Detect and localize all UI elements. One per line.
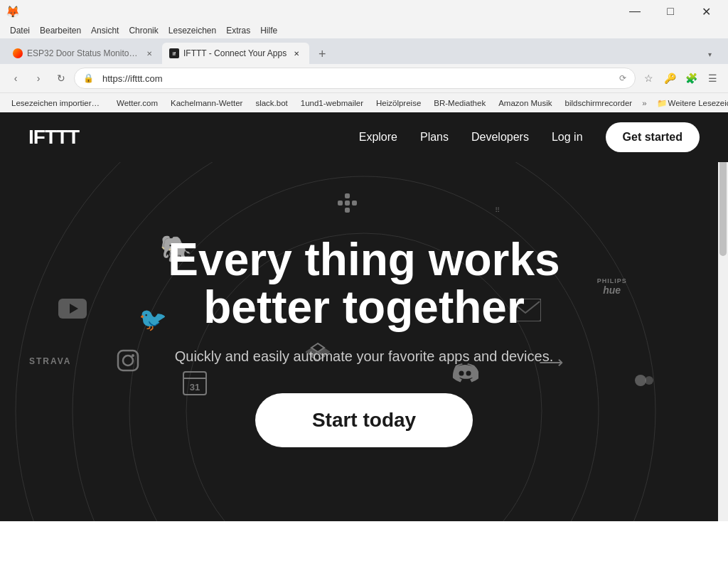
- tab-bar: ESP32 Door Status Monitor wit… ✕ if IFTT…: [0, 38, 728, 64]
- bookmark-br[interactable]: BR-Mediathek: [428, 97, 491, 109]
- tab-list-button[interactable]: ▾: [700, 44, 719, 64]
- window-frame: 🦊 — □ ✕ Datei Bearbeiten Ansicht Chronik…: [0, 0, 728, 571]
- close-button[interactable]: ✕: [690, 0, 722, 23]
- start-today-button[interactable]: Start today: [255, 393, 473, 447]
- hero-section: 🐘 ⠿ 🐦 P: [0, 162, 728, 521]
- tab-title-ifttt: IFTTT - Connect Your Apps: [183, 48, 287, 58]
- svg-rect-0: [345, 193, 350, 198]
- menu-bar: Datei Bearbeiten Ansicht Chronik Lesezei…: [0, 23, 728, 38]
- youtube-icon: [58, 299, 87, 321]
- tab-favicon-esp32: [13, 48, 23, 58]
- tab-close-esp32[interactable]: ✕: [144, 48, 155, 59]
- svg-rect-4: [345, 208, 350, 213]
- extensions-button[interactable]: 🧩: [681, 68, 701, 88]
- hero-title: Every thing works better together: [168, 236, 560, 331]
- svg-point-20: [645, 376, 653, 385]
- menu-extras[interactable]: Extras: [222, 24, 255, 37]
- reload-address-icon: ⟳: [619, 73, 626, 83]
- philips-hue-icon: PHILIPS hue: [597, 277, 627, 296]
- address-input-wrap[interactable]: 🔒 https://ifttt.com ⟳: [74, 68, 636, 89]
- dotgrid-icon: ⠿: [495, 206, 503, 215]
- menu-ansicht[interactable]: Ansicht: [87, 24, 123, 37]
- footer-area: [0, 521, 728, 571]
- menu-chronik[interactable]: Chronik: [124, 24, 162, 37]
- forward-button[interactable]: ›: [28, 68, 48, 88]
- title-bar-left: 🦊: [6, 5, 20, 18]
- bookmark-heizoel[interactable]: Heizölpreise: [370, 97, 427, 109]
- browser-actions: ☆ 🔑 🧩 ☰: [638, 68, 722, 88]
- title-bar: 🦊 — □ ✕: [0, 0, 728, 23]
- new-tab-button[interactable]: +: [312, 44, 332, 64]
- svg-rect-2: [338, 201, 343, 206]
- svg-point-19: [635, 375, 646, 386]
- hero-subtitle: Quickly and easily automate your favorit…: [168, 348, 560, 365]
- hero-content: Every thing works better together Quickl…: [139, 236, 588, 447]
- reload-button[interactable]: ↻: [51, 68, 71, 88]
- window-controls: — □ ✕: [619, 0, 722, 23]
- instagram-icon: [117, 349, 139, 377]
- ifttt-navbar: IFTTT Explore Plans Developers Log in Ge…: [0, 112, 728, 162]
- app-icon: 🦊: [6, 5, 20, 18]
- bookmark-kachelmann[interactable]: Kachelmann-Wetter: [165, 97, 248, 109]
- maximize-button[interactable]: □: [654, 0, 687, 23]
- bookmark-amazon[interactable]: Amazon Musik: [493, 97, 557, 109]
- bookmark-further-label: Weitere Lesezeichen: [668, 99, 728, 107]
- svg-rect-8: [118, 351, 138, 370]
- minimize-button[interactable]: —: [619, 0, 651, 23]
- get-started-button[interactable]: Get started: [606, 122, 700, 152]
- strava-icon: STRAVA: [29, 356, 72, 366]
- bookmark-wetter[interactable]: Wetter.com: [111, 97, 164, 109]
- tab-ifttt[interactable]: if IFTTT - Connect Your Apps ✕: [162, 43, 309, 64]
- scrollbar[interactable]: [718, 112, 728, 521]
- firefox-account-button[interactable]: 🔑: [660, 68, 680, 88]
- back-button[interactable]: ‹: [6, 68, 26, 88]
- menu-lesezeichen[interactable]: Lesezeichen: [164, 24, 220, 37]
- menu-datei[interactable]: Datei: [6, 24, 34, 37]
- bookmarks-bar: Lesezeichen importier… Wetter.com Kachel…: [0, 92, 728, 112]
- nav-login[interactable]: Log in: [552, 131, 583, 144]
- nav-plans[interactable]: Plans: [420, 131, 449, 144]
- folder-icon: 📁: [657, 98, 667, 108]
- address-bar: ‹ › ↻ 🔒 https://ifttt.com ⟳ ☆ 🔑 🧩 ☰: [0, 64, 728, 92]
- menu-button[interactable]: ☰: [702, 68, 722, 88]
- tab-esp32[interactable]: ESP32 Door Status Monitor wit… ✕: [6, 43, 162, 64]
- bubble-icon: [633, 370, 659, 393]
- svg-point-9: [123, 356, 133, 365]
- bookmark-1und1[interactable]: 1und1-webmailer: [295, 97, 369, 109]
- menu-bearbeiten[interactable]: Bearbeiten: [36, 24, 85, 37]
- ifttt-logo: IFTTT: [28, 126, 79, 149]
- bookmark-bildschirmrecorder[interactable]: bildschirmrecorder: [560, 97, 638, 109]
- tab-favicon-ifttt: if: [169, 48, 179, 58]
- slack-icon: [335, 191, 360, 222]
- svg-rect-3: [352, 201, 357, 206]
- tab-title-esp32: ESP32 Door Status Monitor wit…: [27, 48, 139, 58]
- bookmark-star-button[interactable]: ☆: [638, 68, 658, 88]
- nav-developers[interactable]: Developers: [471, 131, 529, 144]
- tab-close-ifttt[interactable]: ✕: [291, 48, 302, 59]
- bookmark-lesezeichen[interactable]: Lesezeichen importier…: [6, 97, 105, 109]
- svg-rect-1: [345, 201, 350, 206]
- hero-title-line1: Every thing works: [168, 234, 560, 285]
- security-icon: 🔒: [83, 73, 94, 83]
- nav-explore[interactable]: Explore: [359, 131, 397, 144]
- bookmark-further[interactable]: 📁 Weitere Lesezeichen: [651, 97, 728, 110]
- menu-hilfe[interactable]: Hilfe: [256, 24, 282, 37]
- url-display: https://ifttt.com: [102, 73, 615, 84]
- hero-title-line2: better together: [203, 282, 525, 333]
- bookmark-slackbot[interactable]: slack.bot: [250, 97, 293, 109]
- nav-links: Explore Plans Developers Log in Get star…: [359, 122, 700, 152]
- svg-point-10: [132, 354, 134, 357]
- website-content: IFTTT Explore Plans Developers Log in Ge…: [0, 112, 728, 521]
